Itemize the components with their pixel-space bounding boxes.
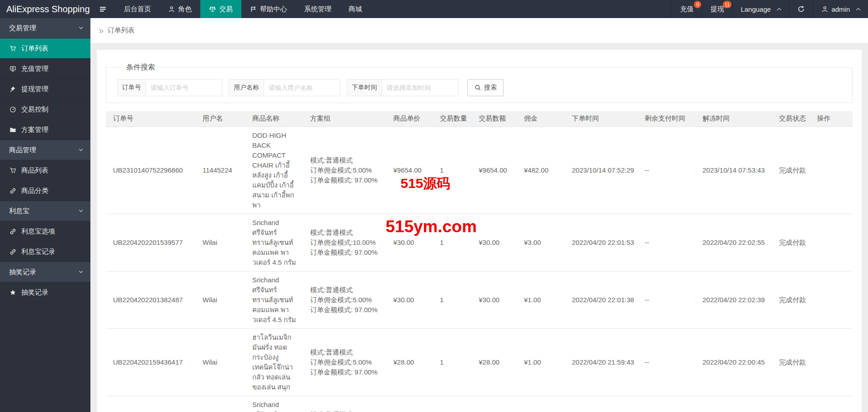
column-header: 用户名 (197, 111, 247, 126)
table-row: UB231014075229686011445224DOD HIGH BACK … (106, 126, 853, 214)
plan-line: 订单佣金模式:10.00% (310, 238, 382, 248)
sidebar-group-6[interactable]: 商品管理 (0, 140, 90, 160)
sidebar-label: 订单列表 (21, 44, 48, 53)
quantity-cell: 1 (434, 328, 473, 396)
topnav-item-label: 系统管理 (304, 5, 331, 14)
plan-line: 订单金额模式: 97.00% (310, 367, 382, 377)
breadcrumb-arrow-icon: » (99, 25, 104, 35)
remaining-pay-time-cell: -- (639, 396, 697, 412)
status-cell: 完成付款 (774, 214, 811, 271)
topnav-item-label: 商城 (349, 5, 362, 14)
sidebar-label: 抽奖记录 (21, 288, 48, 297)
commission-cell: ¥1.00 (519, 271, 566, 328)
product-name-cell: Srichand ศรีจันทร์ ทรานส์ลูเซนท์ คอมแพค … (247, 271, 305, 328)
page-title: 订单列表 (108, 26, 135, 35)
column-header: 交易状态 (774, 111, 811, 126)
sidebar-label: 利息宝选项 (21, 227, 55, 236)
link-icon (9, 228, 16, 235)
topnav-recharge[interactable]: 充值0 (671, 0, 702, 18)
recharge-badge: 0 (694, 1, 701, 8)
topnav-refresh[interactable] (789, 0, 813, 18)
chevron-down-icon (79, 25, 83, 29)
admin-icon (821, 6, 828, 13)
sidebar-item-8[interactable]: 商品分类 (0, 181, 90, 201)
sidebar-item-13[interactable]: 抽奖记录 (0, 282, 90, 303)
gavel-icon (9, 86, 16, 93)
username-cell: Wilai (197, 328, 247, 396)
plan-line: 订单金额模式: 97.00% (310, 248, 382, 258)
column-header: 商品名称 (247, 111, 305, 126)
order-time-cell: 2023/10/14 07:52:29 (566, 126, 639, 214)
column-header: 方案组 (305, 111, 388, 126)
sidebar-item-7[interactable]: 商品列表 (0, 160, 90, 181)
sidebar-label: 交易控制 (21, 105, 48, 114)
sidebar-item-3[interactable]: 提现管理 (0, 79, 90, 99)
topnav-item-4[interactable]: 系统管理 (296, 0, 340, 18)
topnav-item-1[interactable]: 角色 (160, 0, 200, 18)
sidebar-group-12[interactable]: 抽奖记录 (0, 262, 90, 282)
flag-icon (250, 6, 257, 13)
remaining-pay-time-cell: -- (639, 271, 697, 328)
search-input-1[interactable] (264, 79, 340, 96)
scales-icon (209, 5, 216, 13)
topnav-item-3[interactable]: 帮助中心 (241, 0, 296, 18)
sidebar-group-9[interactable]: 利息宝 (0, 201, 90, 221)
column-header: 操作 (811, 111, 853, 126)
sidebar-label: 商品管理 (9, 146, 36, 154)
quantity-cell: 1 (434, 126, 473, 214)
menu-toggle-button[interactable] (90, 0, 115, 18)
order-number-cell: UB2204202159436417 (106, 328, 197, 396)
topnav-admin[interactable]: admin (813, 0, 868, 18)
sidebar-item-1[interactable]: 订单列表 (0, 38, 90, 59)
topnav-item-label: 后台首页 (124, 5, 151, 14)
product-name-cell: Srichand ศรีจันทร์ ทรานส์ลูเซนท์ คอมแพค … (247, 214, 305, 271)
sidebar-item-11[interactable]: 利息宝记录 (0, 242, 90, 262)
search-input-2[interactable] (382, 79, 458, 96)
sidebar-item-5[interactable]: 方案管理 (0, 120, 90, 140)
username-cell: XaXaXa (197, 396, 247, 412)
column-header: 订单号 (106, 111, 197, 126)
plan-line: 模式:普通模式 (310, 347, 382, 357)
topnav-right: 充值0提现11Languageadmin (671, 0, 868, 18)
username-cell: Wilai (197, 271, 247, 328)
amount-cell: ¥30.00 (473, 396, 519, 412)
order-number-cell: UB2310140752296860 (106, 126, 197, 214)
search-field-label: 下单时间 (347, 79, 382, 96)
plan-line: 订单佣金模式:5.00% (310, 165, 382, 175)
link-icon (9, 187, 16, 194)
chevron-up-icon (856, 8, 861, 13)
search-field-label: 用户名称 (229, 79, 264, 96)
topnav-item-5[interactable]: 商城 (340, 0, 371, 18)
sidebar-item-10[interactable]: 利息宝选项 (0, 221, 90, 242)
plan-group-cell: 模式:普通模式订单佣金模式:5.00%订单金额模式: 97.00% (305, 126, 388, 214)
table-header-row: 订单号用户名商品名称方案组商品单价交易数量交易数额佣金下单时间剩余支付时间解冻时… (106, 111, 853, 126)
order-number-cell: UB2204202201539577 (106, 214, 197, 271)
topnav-withdraw-label: 提现 (710, 5, 724, 14)
sidebar-item-4[interactable]: 交易控制 (0, 99, 90, 120)
sidebar-group-0[interactable]: 交易管理 (0, 18, 90, 38)
chevron-down-icon (79, 208, 83, 212)
unit-price-cell: ¥28.00 (388, 328, 434, 396)
amount-cell: ¥9654.00 (473, 126, 519, 214)
topnav-menu: 后台首页角色交易帮助中心系统管理商城 (115, 0, 371, 18)
commission-cell: ¥3.00 (519, 396, 566, 412)
search-button[interactable]: 搜索 (467, 79, 504, 96)
unfreeze-time-cell: 2022/04/20 22:02:55 (697, 214, 774, 271)
sidebar-item-2[interactable]: 充值管理 (0, 59, 90, 79)
app-title: AliExpress Shopping... (0, 0, 90, 18)
hamburger-icon (99, 5, 107, 13)
topnav-item-label: 角色 (178, 5, 192, 14)
plan-line: 模式:普通模式 (310, 410, 382, 412)
search-input-0[interactable] (146, 79, 222, 96)
chevron-down-icon (79, 147, 83, 151)
product-name-cell: Srichand ศรีจันทร์ ทรานส์ลูเซนท์ คอมแพค … (247, 396, 305, 412)
table-row: UB2204202201382487WilaiSrichand ศรีจันทร… (106, 271, 853, 328)
status-cell: 完成付款 (774, 271, 811, 328)
sidebar-label: 商品列表 (21, 166, 48, 175)
sidebar-label: 方案管理 (21, 126, 48, 134)
topnav-language[interactable]: Language (732, 0, 789, 18)
topnav-item-0[interactable]: 后台首页 (115, 0, 160, 18)
topnav-item-2[interactable]: 交易 (200, 0, 241, 18)
topnav-withdraw[interactable]: 提现11 (702, 0, 732, 18)
column-header: 商品单价 (388, 111, 434, 126)
